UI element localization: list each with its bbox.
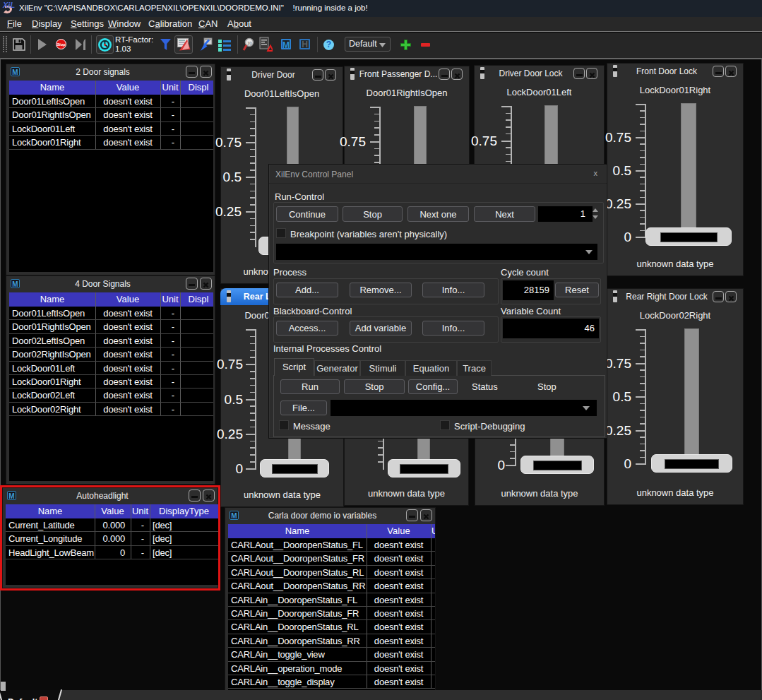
svg-text:10: 10 [247, 41, 252, 45]
